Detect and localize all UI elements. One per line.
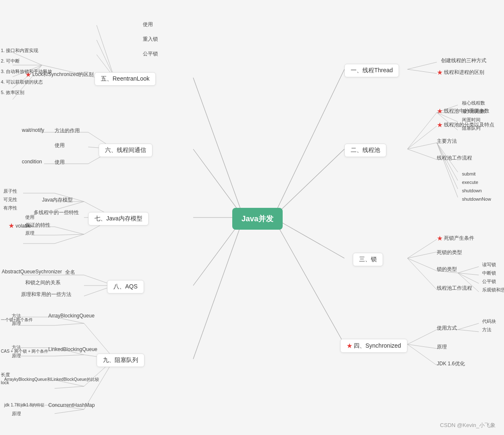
leaf-two-workflow: 线程池工作流程 [437,155,472,162]
svg-line-64 [407,126,437,149]
svg-line-34 [55,234,84,235]
svg-line-88 [458,323,479,330]
leaf-eight-fullname: AbstractQueueSychronizer [2,269,62,275]
leaf-seven-use: 使用 [25,214,34,220]
leaf-four-jdk16: JDK 1.6优化 [437,360,465,367]
star-icon-two-classify: ★ [437,121,443,129]
svg-line-0 [273,69,344,218]
leaf-lock-3: 3. 自动释放锁和手动释放 [1,68,52,75]
leaf-two-classify: ★线程池的分类以及特点 [437,121,494,129]
svg-line-49 [55,323,84,325]
svg-line-53 [55,355,84,356]
node-four: ★ 四、Synchronized [340,339,407,353]
node-five-label: 五、ReentranLook [101,75,150,83]
leaf-six-use: 使用 [55,142,65,149]
mind-map-canvas: Java并发 五、ReentranLook 六、线程间通信 七、Java内存模型… [0,0,504,435]
leaf-two-shutdownnow: shutdownNow [462,197,491,202]
leaf-four-use: 使用方式 [437,325,457,332]
leaf-lock-2: 2. 可中断 [1,58,20,64]
leaf-nine-lbq: LinkedBlockingQueue [48,346,97,352]
leaf-six-method: 方法的作用 [55,127,80,134]
leaf-four-method: 方法 [482,327,491,333]
center-node: Java并发 [232,208,283,230]
leaf-lock-1: 1. 接口和内置实现 [1,47,38,54]
svg-line-5 [193,149,244,218]
svg-line-4 [193,78,244,218]
leaf-three-rw: 读写锁 [482,262,496,268]
leaf-nine-abq: ArrayBlockingQueue [48,313,94,319]
leaf-nine-chm: ConcurrentHashMap [48,402,95,408]
svg-line-80 [458,267,479,273]
star-icon-volatile: ★ [8,222,14,230]
svg-line-72 [437,143,458,181]
svg-line-8 [193,218,244,359]
leaf-condition: condition [22,159,42,165]
svg-line-57 [55,386,84,388]
leaf-two-submit: submit [462,171,475,176]
leaf-two-shutdown: shutdown [462,188,482,193]
svg-line-59 [55,409,84,414]
leaf-one-create: 创建线程的三种方式 [441,57,486,64]
svg-line-65 [407,143,437,149]
node-one: 一、线程Thread [344,64,399,77]
leaf-wait-notify: wait/notify [22,127,44,133]
leaf-two-core: 核心线程数 [462,100,485,106]
svg-line-74 [437,143,458,197]
node-six-label: 六、线程间通信 [105,147,146,154]
node-four-label: 四、Synchronized [354,342,401,350]
node-two-label: 二、线程池 [351,147,380,154]
svg-line-33 [55,227,84,234]
leaf-nine-jdk: jdk 1.7和jdk1.8的特征 [4,402,45,408]
svg-line-84 [407,330,437,344]
leaf-six-use2: 使用 [55,159,65,166]
leaf-nine-compare-len: 长度 [1,372,10,378]
svg-line-10 [97,25,114,78]
svg-line-75 [407,239,437,258]
star-icon-three-dead: ★ [437,234,443,242]
leaf-nine-one-lock: 一个锁+两个条件 [1,317,33,323]
leaf-nine-cas: CAS + 两个锁 + 两个条件 [1,349,48,354]
leaf-seven-visibility: 可见性 [3,197,17,203]
node-seven-label: 七、Java内存模型 [94,215,142,223]
leaf-eight-relation: 和锁之间的关系 [25,279,60,286]
leaf-eight-fullname-label: 全名 [65,269,75,276]
svg-line-86 [407,344,437,365]
node-nine-label: 九、阻塞队列 [103,356,138,364]
leaf-two-execute: execute [462,180,478,185]
leaf-four-principle: 原理 [437,343,447,351]
node-eight: 八、AQS [107,280,144,293]
leaf-five-use: 使用 [143,21,153,28]
leaf-lock-5: 5. 效率区别 [1,89,24,96]
svg-line-76 [407,252,437,258]
svg-line-66 [407,149,437,160]
leaf-three-fair: 公平锁 [482,278,496,285]
leaf-seven-multi-char: 多线程中的一些特性 [34,209,79,216]
leaf-five-reentrant: 重入锁 [143,36,158,43]
leaf-volatile: ★volatile [8,222,31,230]
svg-line-73 [437,143,458,189]
leaf-two-max: 最大线程数 [462,108,485,115]
leaf-nine-principle: 原理 [12,411,21,417]
svg-line-3 [273,218,344,344]
leaf-seven-order: 有序性 [3,205,17,211]
svg-line-89 [458,330,479,332]
node-eight-label: 八、AQS [113,283,138,291]
svg-line-77 [407,258,437,271]
star-icon-one: ★ [437,68,443,76]
node-six: 六、线程间通信 [99,144,152,157]
watermark: CSDN @Kevin_小飞象 [440,422,496,429]
leaf-three-interrupt: 中断锁 [482,270,496,276]
leaf-lock-4: 4. 可以获取锁的状态 [1,79,43,85]
svg-line-62 [407,69,437,73]
leaf-nine-compare: ArraykyBlockingQueue和LinkedBlockQueue的比较 [4,377,99,383]
svg-line-82 [458,273,479,283]
leaf-five-fair: 公平锁 [143,50,158,58]
leaf-four-codeblock: 代码块 [482,318,496,325]
node-two: 二、线程池 [344,144,386,157]
node-seven: 七、Java内存模型 [88,212,149,225]
leaf-eight-methods: 原理和常用的一些方法 [21,291,71,298]
node-three: 三、锁 [353,253,383,266]
leaf-three-deadlock-cond: ★死锁产生条件 [437,234,474,242]
node-one-label: 一、线程Thread [351,67,393,74]
node-nine: 九、阻塞队列 [97,354,144,367]
